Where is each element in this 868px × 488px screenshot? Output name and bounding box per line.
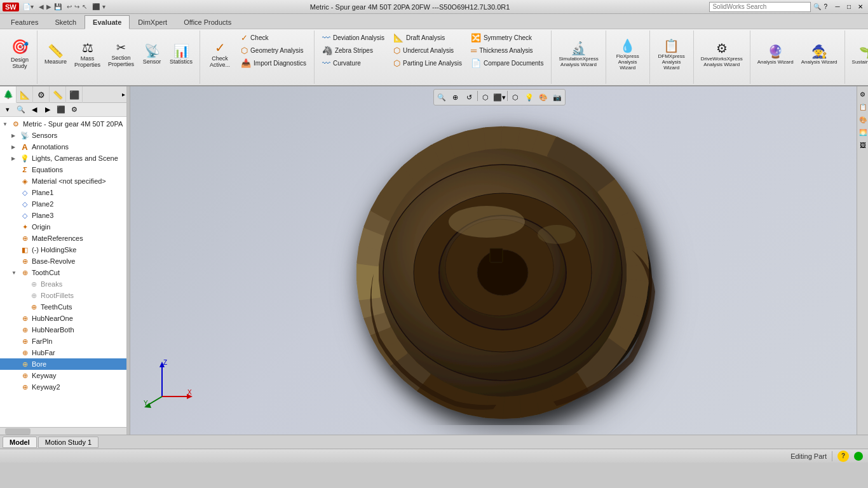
ft-farPln[interactable]: ⊕ FarPln	[0, 336, 126, 347]
scene-btn[interactable]: 🌅	[858, 127, 868, 137]
ft-plane1[interactable]: ◇ Plane1	[0, 187, 126, 198]
deviation-analysis-btn[interactable]: 〰 Deviation Analysis	[318, 32, 388, 44]
help-icon[interactable]: ?	[824, 3, 827, 10]
ft-keyway2[interactable]: ⊕ Keyway2	[0, 381, 126, 393]
ft-root[interactable]: ▼ ⚙ Metric - Spur gear 4M 50T 20PA	[0, 118, 126, 130]
search-input[interactable]	[709, 2, 811, 12]
view-settings-btn[interactable]: ⚙	[858, 89, 868, 99]
tab-sketch[interactable]: Sketch	[46, 15, 85, 29]
motion-study-tab[interactable]: Motion Study 1	[38, 437, 98, 448]
ft-equations[interactable]: Σ Equations	[0, 164, 126, 175]
curvature-btn[interactable]: 〰 Curvature	[318, 57, 388, 69]
ft-bore[interactable]: ⊕ Bore	[0, 358, 126, 370]
ft-hubFar[interactable]: ⊕ HubFar	[0, 347, 126, 358]
driveWorks-btn[interactable]: ⚙ DriveWorksXpressAnalysis Wizard	[698, 32, 746, 76]
ft-annotations-label: Annotations	[32, 143, 69, 151]
floXpress-btn[interactable]: 💧 FloXpressAnalysisWizard	[610, 32, 646, 76]
tab-evaluate[interactable]: Evaluate	[85, 15, 130, 29]
background-btn[interactable]: 🖼	[858, 140, 868, 150]
redo-icon[interactable]: ↪	[74, 3, 79, 10]
ft-toothCut[interactable]: ▼ ⊕ ToothCut	[0, 267, 126, 278]
check-btn[interactable]: ✓ Check	[237, 32, 310, 44]
ft-plane2-label: Plane2	[32, 200, 53, 208]
model-tab[interactable]: Model	[3, 437, 37, 448]
status-help-btn[interactable]: ?	[837, 451, 849, 462]
parting-line-btn[interactable]: ⬡ Parting Line Analysis	[390, 57, 466, 69]
zebra-stripes-btn[interactable]: 🦓 Zebra Stripes	[318, 44, 388, 57]
next-btn[interactable]: ▶	[41, 104, 54, 116]
search-tree-btn[interactable]: 🔍	[15, 104, 27, 116]
display-pane-btn[interactable]: 📋	[858, 102, 868, 112]
ft-teethCuts[interactable]: ⊕ TeethCuts	[0, 301, 126, 313]
ft-keyway[interactable]: ⊕ Keyway	[0, 370, 126, 381]
render-btn[interactable]: 🎨	[858, 114, 868, 125]
status-separator	[832, 451, 832, 461]
horizontal-scrollbar[interactable]	[0, 427, 126, 435]
design-study-btn[interactable]: 🎯 DesignStudy	[6, 32, 33, 76]
thickness-analysis-btn[interactable]: ═ Thickness Analysis	[467, 44, 547, 57]
ft-hubNearBoth[interactable]: ⊕ HubNearBoth	[0, 324, 126, 336]
sustainability-btn[interactable]: 🌱 Sustainability	[849, 32, 868, 76]
ft-annotations[interactable]: ▶ A Annotations	[0, 141, 126, 152]
extra-btn[interactable]: ⬛	[92, 3, 100, 10]
ft-mateRefs[interactable]: ⊕ MateReferences	[0, 233, 126, 244]
draft-analysis-btn[interactable]: 📐 Draft Analysis	[390, 32, 466, 44]
mass-properties-btn[interactable]: ⚖ MassProperties	[71, 32, 104, 76]
ft-holdingSke[interactable]: ◧ (-) HoldingSke	[0, 244, 126, 255]
feature-tree-tab[interactable]: 🌲	[0, 86, 17, 103]
search-icon[interactable]: 🔍	[813, 3, 821, 10]
statistics-btn[interactable]: 📊 Statistics	[166, 32, 196, 76]
symmetry-check-btn[interactable]: 🔀 Symmetry Check	[467, 32, 547, 44]
geometry-analysis-btn[interactable]: ⬡ Geometry Analysis	[237, 44, 310, 57]
ft-baseRevolve[interactable]: ⊕ Base-Revolve	[0, 255, 126, 267]
tab-features[interactable]: Features	[3, 15, 46, 29]
svg-point-58	[449, 206, 525, 238]
nav-arrow-right[interactable]: ▶	[46, 3, 51, 10]
undo-icon[interactable]: ↩	[67, 3, 72, 10]
analysis-wizard-btn[interactable]: 🔮 Analysis Wizard	[754, 32, 797, 76]
ft-rootFillets[interactable]: ⊕ RootFillets	[0, 290, 126, 301]
maximize-btn[interactable]: □	[844, 3, 854, 11]
ft-breaks[interactable]: ⊕ Breaks	[0, 278, 126, 290]
prev-btn[interactable]: ◀	[28, 104, 41, 116]
configuration-tab[interactable]: ⚙	[33, 86, 50, 103]
options-btn[interactable]: ⚙	[68, 104, 81, 116]
ft-hubNearBoth-label: HubNearBoth	[32, 326, 74, 334]
collapse-btn[interactable]: ⬛	[55, 104, 67, 116]
dimXpert-tab[interactable]: 📏	[50, 86, 66, 103]
measure-btn[interactable]: 📏 Measure	[41, 32, 70, 76]
menu-file[interactable]: 📄▾	[23, 3, 34, 10]
nav-arrow-left[interactable]: ◀	[39, 3, 44, 10]
undercut-analysis-icon: ⬡	[393, 46, 400, 55]
compare-documents-btn[interactable]: 📄 Compare Documents	[467, 57, 547, 69]
save-icon[interactable]: 💾	[54, 3, 62, 10]
analysis-wizard2-btn[interactable]: 🧙 Analysis Wizard	[798, 32, 841, 76]
simulation-xpress-btn[interactable]: 🔬 SimulationXpressAnalysis Wizard	[555, 32, 601, 76]
ft-plane3[interactable]: ◇ Plane3	[0, 210, 126, 221]
tab-office-products[interactable]: Office Products	[175, 15, 240, 29]
minimize-btn[interactable]: ─	[832, 3, 843, 11]
main-canvas[interactable]: 🔍 ⊕ ↺ ⬡ ⬛▾ ⬡ 💡 🎨 📷	[130, 86, 868, 435]
scroll-thumb[interactable]	[5, 428, 31, 435]
sensor-btn[interactable]: 📡 Sensor	[139, 32, 165, 76]
ft-origin[interactable]: ✦ Origin	[0, 221, 126, 233]
undercut-analysis-btn[interactable]: ⬡ Undercut Analysis	[390, 44, 466, 57]
dfmXpress-btn[interactable]: 📋 DFMXpressAnalysisWizard	[654, 32, 689, 76]
panel-collapse-btn[interactable]: ▸	[122, 91, 125, 98]
ft-lights[interactable]: ▶ 💡 Lights, Cameras and Scene	[0, 152, 126, 164]
options-icon[interactable]: ▾	[102, 3, 105, 10]
ft-material[interactable]: ◈ Material <not specified>	[0, 175, 126, 187]
ft-sensors[interactable]: ▶ 📡 Sensors	[0, 130, 126, 141]
gear-svg	[277, 95, 722, 425]
section-properties-btn[interactable]: ✂ SectionProperties	[105, 32, 137, 76]
check-label: Check	[250, 34, 268, 41]
tab-dimxpert[interactable]: DimXpert	[130, 15, 175, 29]
check-active-btn[interactable]: ✓ CheckActive...	[204, 32, 236, 76]
property-manager-tab[interactable]: 📐	[17, 86, 33, 103]
close-btn[interactable]: ✕	[855, 3, 865, 11]
import-diagnostics-btn[interactable]: 📥 Import Diagnostics	[237, 57, 310, 69]
ft-hubNearOne[interactable]: ⊕ HubNearOne	[0, 313, 126, 324]
ft-plane2[interactable]: ◇ Plane2	[0, 198, 126, 210]
cursor-icon[interactable]: ↖	[82, 3, 87, 10]
display-manager-tab[interactable]: ⬛	[66, 86, 83, 103]
